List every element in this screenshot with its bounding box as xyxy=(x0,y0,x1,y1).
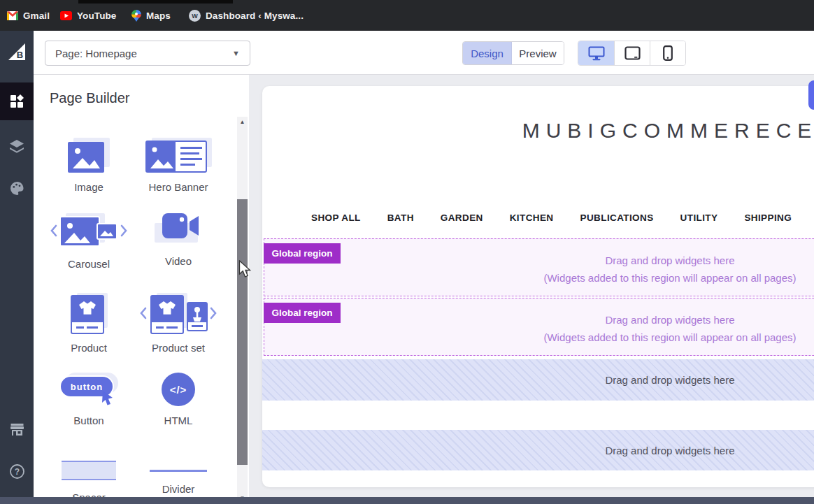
bookmark-gmail[interactable]: Gmail xyxy=(7,0,50,31)
video-widget-icon xyxy=(153,213,204,248)
maps-icon xyxy=(131,10,141,22)
desktop-preview-button[interactable] xyxy=(578,41,614,65)
builder-toolbar: Page: Homepage ▼ Design Preview xyxy=(34,31,814,75)
svg-text:B: B xyxy=(17,50,23,60)
dropzone-hint-line2: (Widgets added to this region will appea… xyxy=(264,272,814,284)
widget-label: Button xyxy=(73,415,103,426)
global-region-dropzone[interactable]: Global region Drag and drop widgets here… xyxy=(264,298,814,356)
page-selector-value: Page: Homepage xyxy=(55,48,232,59)
canvas-edge-handle[interactable] xyxy=(808,80,814,110)
device-preview-group xyxy=(578,41,686,66)
mobile-preview-button[interactable] xyxy=(650,41,685,65)
dropzone-hint-line1: Drag and drop widgets here xyxy=(264,314,814,326)
widget-tile-product-set[interactable]: Product set xyxy=(134,293,223,354)
wordpress-icon: W xyxy=(189,10,201,22)
sidebar-item-store[interactable] xyxy=(0,410,34,448)
store-page-preview: MUBIGCOMMERECE SHOP ALL BATH GARDEN KITC… xyxy=(262,86,814,487)
page-builder-panel: Page Builder Image Hero Banner xyxy=(34,75,249,504)
bookmark-maps[interactable]: Maps xyxy=(131,0,171,31)
image-widget-icon xyxy=(66,138,111,174)
widget-tile-html[interactable]: </> HTML xyxy=(134,371,223,426)
palette-icon xyxy=(10,182,24,195)
carousel-widget-icon xyxy=(50,213,128,251)
widget-label: Divider xyxy=(162,483,195,495)
app-sidebar: B xyxy=(0,31,34,497)
nav-item-kitchen[interactable]: KITCHEN xyxy=(510,213,554,223)
widget-tile-spacer[interactable]: Spacer xyxy=(44,455,134,503)
bookmark-youtube[interactable]: YouTube xyxy=(60,0,116,31)
widget-tile-divider[interactable]: Divider xyxy=(134,455,223,495)
nav-item-shop-all[interactable]: SHOP ALL xyxy=(311,213,361,223)
desktop-icon xyxy=(588,46,605,61)
store-logo-text: MUBIGCOMMERECE xyxy=(262,119,814,143)
dropzone-hint-line1: Drag and drop widgets here xyxy=(264,254,814,266)
panel-title: Page Builder xyxy=(50,90,130,106)
widget-dropzone[interactable]: Drag and drop widgets here xyxy=(262,359,814,401)
panel-scrollbar[interactable]: ▲ ▼ xyxy=(237,117,248,504)
bookmark-dashboard[interactable]: W Dashboard ‹ Myswa... xyxy=(189,0,304,31)
widget-label: Video xyxy=(165,255,192,267)
mobile-icon xyxy=(663,45,673,61)
spacer-widget-icon xyxy=(62,461,116,480)
bookmark-label: YouTube xyxy=(77,10,116,21)
widget-dropzone[interactable]: Drag and drop widgets here xyxy=(262,430,814,470)
widget-tile-image[interactable]: Image xyxy=(44,138,134,193)
help-icon: ? xyxy=(10,464,24,479)
chevron-down-icon: ▼ xyxy=(232,49,240,57)
scrollbar-up-arrow[interactable]: ▲ xyxy=(237,117,248,128)
preview-tab[interactable]: Preview xyxy=(512,42,564,64)
storefront-icon xyxy=(10,424,24,435)
button-widget-icon: button xyxy=(57,371,121,408)
widget-label: Carousel xyxy=(68,258,110,270)
dropzone-hint: Drag and drop widgets here xyxy=(605,445,734,456)
browser-bookmarks-bar: Gmail YouTube Maps W Dashboard ‹ Myswa..… xyxy=(0,0,814,31)
hero-banner-widget-icon xyxy=(145,138,212,174)
nav-item-publications[interactable]: PUBLICATIONS xyxy=(580,213,654,223)
tablet-icon xyxy=(624,46,641,60)
scrollbar-thumb[interactable] xyxy=(237,199,248,465)
svg-text:W: W xyxy=(192,13,198,20)
sidebar-item-layers[interactable] xyxy=(0,127,34,165)
button-widget-text: button xyxy=(71,382,103,392)
design-tab[interactable]: Design xyxy=(463,42,512,64)
nav-item-garden[interactable]: GARDEN xyxy=(441,213,483,223)
widget-tile-carousel[interactable]: Carousel xyxy=(44,213,134,270)
bookmark-label: Maps xyxy=(146,10,171,21)
widget-label: Hero Banner xyxy=(148,181,208,193)
gmail-icon xyxy=(7,11,18,20)
sidebar-item-theme[interactable] xyxy=(0,169,34,207)
global-region-dropzone[interactable]: Global region Drag and drop widgets here… xyxy=(264,238,814,296)
bigcommerce-logo[interactable]: B xyxy=(8,43,26,61)
store-nav: SHOP ALL BATH GARDEN KITCHEN PUBLICATION… xyxy=(311,213,792,223)
sidebar-item-help[interactable]: ? xyxy=(0,452,34,490)
svg-text:?: ? xyxy=(14,467,19,477)
window-bottom-strip xyxy=(0,497,814,504)
product-widget-icon xyxy=(69,293,109,335)
dropzone-hint-line2: (Widgets added to this region will appea… xyxy=(264,331,814,343)
widget-label: Product xyxy=(71,342,107,354)
divider-widget-icon xyxy=(150,470,207,472)
mode-toggle-group: Design Preview xyxy=(462,41,564,65)
widget-tile-hero-banner[interactable]: Hero Banner xyxy=(134,138,223,193)
widget-tile-product[interactable]: Product xyxy=(44,293,134,354)
product-set-widget-icon xyxy=(138,293,218,335)
bookmark-label: Gmail xyxy=(23,10,50,21)
sidebar-item-widgets[interactable] xyxy=(0,82,34,120)
widget-tile-video[interactable]: Video xyxy=(134,213,223,267)
youtube-icon xyxy=(60,11,72,20)
nav-item-shipping[interactable]: SHIPPING xyxy=(744,213,792,223)
layers-icon xyxy=(10,140,24,153)
nav-item-bath[interactable]: BATH xyxy=(387,213,414,223)
page-selector-dropdown[interactable]: Page: Homepage ▼ xyxy=(45,41,250,66)
widget-label: Product set xyxy=(152,342,205,354)
widget-label: HTML xyxy=(164,415,193,426)
dropzone-hint: Drag and drop widgets here xyxy=(605,374,734,386)
widgets-icon xyxy=(10,94,24,108)
nav-item-utility[interactable]: UTILITY xyxy=(680,213,718,223)
tablet-preview-button[interactable] xyxy=(614,41,650,65)
html-widget-icon: </> xyxy=(162,373,195,406)
design-canvas: MUBIGCOMMERECE SHOP ALL BATH GARDEN KITC… xyxy=(249,75,814,497)
widget-tile-button[interactable]: button Button xyxy=(44,371,134,426)
bookmark-label: Dashboard ‹ Myswa... xyxy=(206,10,304,21)
widget-label: Image xyxy=(74,181,103,193)
